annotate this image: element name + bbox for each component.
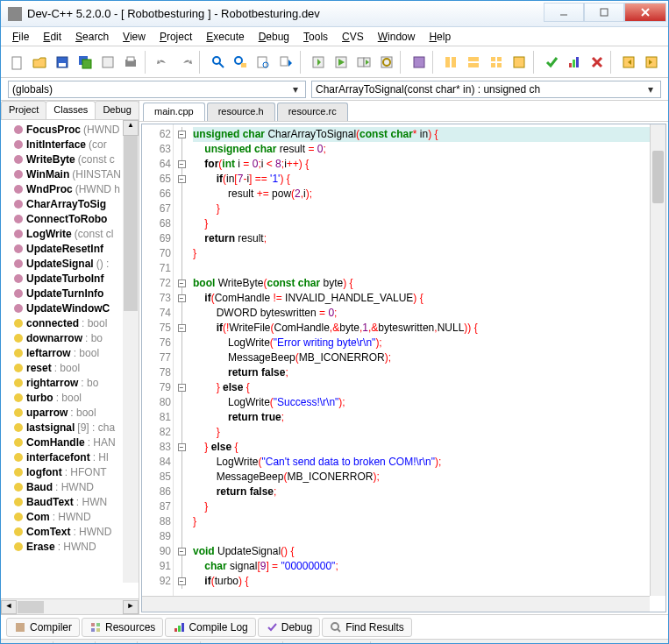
- fold-cell[interactable]: [174, 336, 189, 350]
- scroll-thumb[interactable]: [18, 601, 44, 613]
- code-line[interactable]: return result;: [193, 231, 665, 246]
- findfiles-button[interactable]: [253, 51, 274, 74]
- fold-cell[interactable]: −: [174, 127, 189, 142]
- fold-cell[interactable]: [174, 187, 189, 202]
- code-line[interactable]: [193, 529, 665, 544]
- code-line[interactable]: void UpdateSignal() {: [193, 544, 665, 559]
- close-button[interactable]: [624, 3, 666, 22]
- scroll-thumb[interactable]: [124, 136, 138, 311]
- class-item[interactable]: WinMain(HINSTAN: [13, 166, 139, 181]
- code-line[interactable]: if(ComHandle != INVALID_HANDLE_VALUE) {: [193, 291, 665, 306]
- code-line[interactable]: return false;: [193, 365, 665, 380]
- code-area[interactable]: unsigned char CharArrayToSignal(const ch…: [189, 124, 665, 612]
- editor-vscrollbar[interactable]: [650, 124, 665, 596]
- fold-cell[interactable]: [174, 470, 189, 485]
- fold-cell[interactable]: −: [174, 276, 189, 291]
- menu-search[interactable]: Search: [69, 29, 115, 45]
- fold-cell[interactable]: −: [174, 172, 189, 187]
- grid2-button[interactable]: [463, 51, 485, 74]
- bottom-tab-compiler[interactable]: Compiler: [6, 618, 80, 637]
- code-editor[interactable]: 6263646566676869707172737475767778798081…: [141, 124, 666, 612]
- fold-cell[interactable]: [174, 142, 189, 157]
- chart-button[interactable]: [563, 51, 585, 74]
- vscrollbar[interactable]: ▲: [123, 120, 139, 583]
- class-item[interactable]: Erase: HWND: [13, 539, 139, 554]
- code-line[interactable]: MessageBeep(MB_ICONERROR);: [193, 350, 665, 365]
- grid4-button[interactable]: [509, 51, 530, 74]
- fold-cell[interactable]: [174, 529, 189, 544]
- class-item[interactable]: WriteByte(const c: [13, 152, 139, 166]
- fold-cell[interactable]: [174, 485, 189, 499]
- fold-cell[interactable]: −: [174, 157, 189, 172]
- bottom-tab-compile-log[interactable]: Compile Log: [165, 618, 255, 637]
- save-button[interactable]: [52, 51, 74, 74]
- class-item[interactable]: UpdateTurnInfo: [13, 286, 139, 301]
- editor-hscrollbar[interactable]: [142, 596, 650, 612]
- fold-cell[interactable]: −: [174, 440, 189, 455]
- compile-button[interactable]: [308, 51, 330, 74]
- fold-column[interactable]: −−−−−−−−−−: [174, 124, 189, 612]
- class-item[interactable]: ConnectToRobo: [13, 211, 139, 226]
- check-button[interactable]: [540, 51, 562, 74]
- menu-tools[interactable]: Tools: [297, 29, 334, 45]
- nav1-button[interactable]: [618, 51, 640, 74]
- bottom-tab-resources[interactable]: Resources: [82, 618, 163, 637]
- class-item[interactable]: UpdateResetInf: [13, 241, 139, 256]
- saveall-button[interactable]: [75, 51, 96, 74]
- code-line[interactable]: result += pow(2,i);: [193, 187, 665, 202]
- code-line[interactable]: LogWrite("Can't send data to broken COM!…: [193, 455, 665, 470]
- bottom-tab-debug[interactable]: Debug: [258, 618, 320, 637]
- code-line[interactable]: }: [193, 514, 665, 529]
- code-line[interactable]: char signal[9] = "00000000";: [193, 559, 665, 574]
- maximize-button[interactable]: [584, 3, 624, 22]
- menu-edit[interactable]: Edit: [37, 29, 68, 45]
- editor-tab[interactable]: main.cpp: [143, 103, 205, 121]
- code-line[interactable]: } else {: [193, 380, 665, 395]
- fold-cell[interactable]: [174, 395, 189, 410]
- scroll-left-icon[interactable]: ◄: [1, 600, 17, 614]
- scroll-up-icon[interactable]: ▲: [123, 120, 139, 136]
- class-item[interactable]: rightarrow: bo: [13, 375, 139, 390]
- fold-cell[interactable]: [174, 306, 189, 321]
- class-item[interactable]: uparrow: bool: [13, 405, 139, 420]
- fold-cell[interactable]: [174, 261, 189, 276]
- fold-cell[interactable]: [174, 202, 189, 216]
- profile-button[interactable]: [408, 51, 430, 74]
- code-line[interactable]: return true;: [193, 410, 665, 425]
- code-line[interactable]: if(turbo) {: [193, 574, 665, 589]
- fold-cell[interactable]: [174, 499, 189, 514]
- fold-cell[interactable]: [174, 425, 189, 440]
- class-item[interactable]: LogWrite(const cl: [13, 226, 139, 241]
- fold-cell[interactable]: [174, 455, 189, 470]
- fold-cell[interactable]: [174, 410, 189, 425]
- fold-cell[interactable]: [174, 559, 189, 574]
- class-item[interactable]: UpdateSignal() :: [13, 256, 139, 271]
- class-item[interactable]: WndProc(HWND h: [13, 181, 139, 196]
- code-line[interactable]: }: [193, 246, 665, 261]
- fold-cell[interactable]: [174, 231, 189, 246]
- code-line[interactable]: }: [193, 202, 665, 216]
- class-item[interactable]: reset: bool: [13, 360, 139, 375]
- scroll-right-icon[interactable]: ►: [123, 600, 139, 614]
- left-tab-debug[interactable]: Debug: [95, 101, 139, 119]
- menu-debug[interactable]: Debug: [253, 29, 295, 45]
- code-line[interactable]: } else {: [193, 440, 665, 455]
- class-item[interactable]: logfont: HFONT: [13, 464, 139, 479]
- class-list[interactable]: FocusProc(HWNDInitInterface(corWriteByte…: [1, 120, 139, 598]
- fold-cell[interactable]: −: [174, 380, 189, 395]
- class-item[interactable]: BaudText: HWN: [13, 494, 139, 509]
- code-line[interactable]: LogWrite("Success!\r\n");: [193, 395, 665, 410]
- code-line[interactable]: }: [193, 499, 665, 514]
- code-line[interactable]: for(int i = 0;i < 8;i++) {: [193, 157, 665, 172]
- code-line[interactable]: }: [193, 216, 665, 231]
- class-item[interactable]: CharArrayToSig: [13, 196, 139, 211]
- compilerun-button[interactable]: [352, 51, 374, 74]
- code-line[interactable]: if(in[7-i] == '1') {: [193, 172, 665, 187]
- redo-button[interactable]: [174, 51, 196, 74]
- menu-execute[interactable]: Execute: [200, 29, 250, 45]
- close-button[interactable]: [97, 51, 119, 74]
- class-item[interactable]: Baud: HWND: [13, 479, 139, 494]
- grid1-button[interactable]: [440, 51, 462, 74]
- undo-button[interactable]: [152, 51, 174, 74]
- class-item[interactable]: InitInterface(cor: [13, 137, 139, 152]
